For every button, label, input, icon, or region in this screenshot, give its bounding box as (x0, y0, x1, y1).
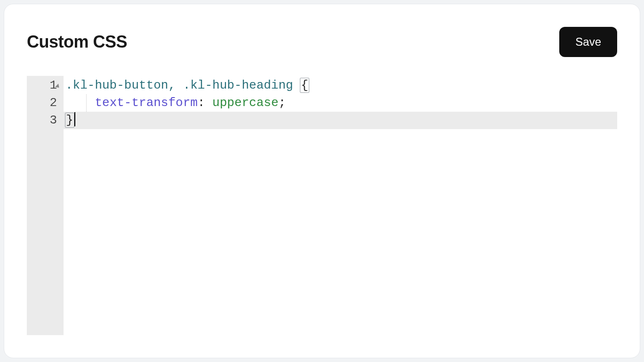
semicolon: ; (279, 96, 286, 110)
gutter-line-1: 1 (27, 77, 57, 94)
css-property: text-transform (95, 96, 197, 110)
text-cursor (74, 112, 75, 126)
gutter-line-3: 3 (27, 112, 57, 129)
code-editor[interactable]: 1 2 3 .kl-hub-button, .kl-hub-heading { … (27, 76, 617, 335)
code-line-3[interactable]: } (64, 112, 617, 129)
indent-guide (86, 94, 87, 112)
code-area[interactable]: .kl-hub-button, .kl-hub-heading { text-t… (64, 76, 617, 335)
code-line-2[interactable]: text-transform: uppercase; (64, 94, 617, 112)
custom-css-card: Custom CSS Save 1 2 3 .kl-hub-button, .k… (4, 4, 640, 358)
header-row: Custom CSS Save (27, 27, 617, 57)
open-brace: { (300, 78, 309, 92)
page-title: Custom CSS (27, 32, 127, 52)
save-button[interactable]: Save (559, 27, 617, 57)
css-value: uppercase (212, 96, 278, 110)
close-brace: } (65, 113, 74, 127)
line-number: 3 (49, 113, 57, 127)
editor-gutter: 1 2 3 (27, 76, 64, 335)
gutter-line-2: 2 (27, 94, 57, 112)
line-number: 2 (49, 96, 57, 110)
colon: : (198, 96, 212, 110)
indent (65, 96, 95, 110)
css-selector: .kl-hub-button, .kl-hub-heading (65, 78, 300, 92)
code-line-1[interactable]: .kl-hub-button, .kl-hub-heading { (64, 77, 617, 94)
